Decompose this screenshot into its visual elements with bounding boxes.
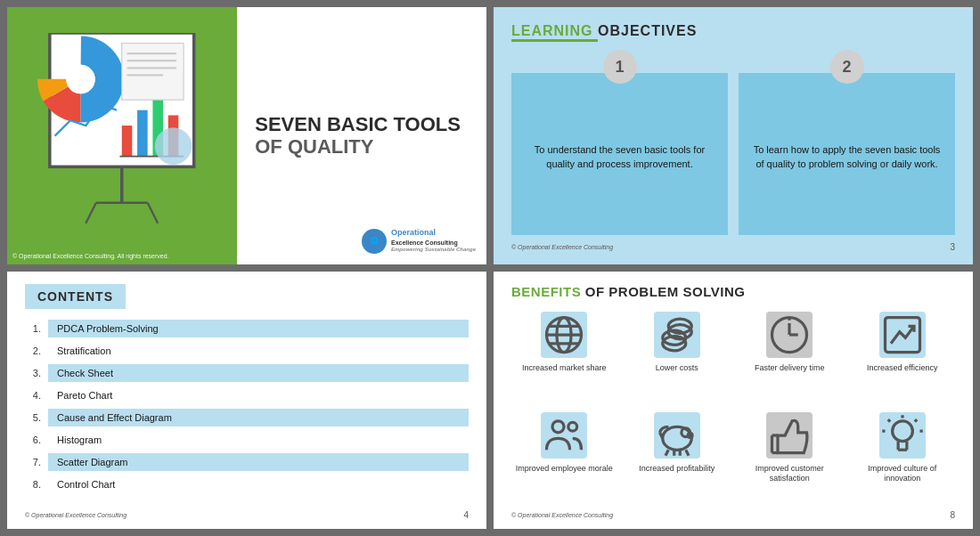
- slide-3: CONTENTS 1. PDCA Problem-Solving 2. Stra…: [7, 272, 486, 529]
- svg-point-15: [155, 127, 192, 165]
- contents-num-1: 1.: [25, 323, 41, 334]
- slide2-footer: © Operational Excellence Consulting 3: [511, 242, 955, 252]
- benefit-icon-globe: [541, 312, 587, 358]
- contents-label-7: Scatter Diagram: [48, 453, 469, 471]
- contents-num-7: 7.: [25, 457, 41, 467]
- contents-label-1: PDCA Problem-Solving: [48, 320, 469, 337]
- benefit-label-8: Improved culture of innovation: [850, 464, 956, 484]
- svg-line-41: [686, 450, 689, 456]
- slide1-title: SEVEN BASIC TOOLS OF QUALITY: [255, 114, 469, 157]
- contents-label-3: Check Sheet: [48, 364, 469, 382]
- learning-card-2: 2 To learn how to apply the seven basic …: [739, 50, 955, 235]
- slide2-header: LEARNING OBJECTIVES: [511, 23, 955, 39]
- benefit-label-5: Improved employee morale: [516, 464, 613, 475]
- benefit-icon-piggy: [654, 412, 700, 459]
- learning-number-1: 1: [603, 50, 637, 84]
- benefit-icon-coins: [654, 312, 700, 358]
- benefit-label-3: Faster delivery time: [755, 363, 825, 374]
- slide4-footer: © Operational Excellence Consulting 8: [511, 510, 955, 520]
- svg-line-18: [86, 203, 97, 223]
- board-illustration: [24, 33, 219, 239]
- benefit-label-1: Increased market share: [522, 363, 607, 374]
- contents-item-5: 5. Cause and Effect Diagram: [25, 409, 469, 426]
- benefit-icon-clock: [766, 312, 813, 358]
- svg-line-54: [888, 419, 890, 421]
- svg-line-43: [659, 432, 662, 438]
- slide-4: BENEFITS OF PROBLEM SOLVING Increased ma…: [494, 272, 973, 529]
- benefit-icon-bulb: [879, 412, 926, 459]
- benefits-grid: Increased market share Lower costs Faste…: [511, 312, 955, 505]
- logo-globe-icon: 🌐: [362, 229, 387, 254]
- svg-rect-10: [122, 43, 184, 100]
- svg-line-19: [148, 203, 159, 223]
- contents-label-4: Pareto Chart: [48, 386, 469, 404]
- slide3-footer: © Operational Excellence Consulting 4: [25, 510, 469, 520]
- slide2-body: 1 To understand the seven basic tools fo…: [511, 50, 955, 235]
- benefit-item-7: Improved customer satisfaction: [737, 412, 843, 506]
- learning-text-2: To learn how to apply the seven basic to…: [751, 142, 943, 172]
- slide2-copyright: © Operational Excellence Consulting: [511, 244, 613, 250]
- contents-item-6: 6. Histogram: [25, 431, 469, 449]
- contents-num-3: 3.: [25, 368, 41, 378]
- svg-line-55: [915, 419, 917, 421]
- learning-number-2: 2: [830, 50, 864, 84]
- slide3-title: CONTENTS: [37, 289, 113, 304]
- learning-box-1: To understand the seven basic tools for …: [511, 73, 728, 235]
- contents-num-8: 8.: [25, 479, 41, 490]
- contents-label-2: Stratification: [48, 342, 469, 360]
- svg-rect-6: [137, 110, 148, 157]
- contents-item-8: 8. Control Chart: [25, 475, 469, 493]
- benefit-item-8: Improved culture of innovation: [850, 412, 956, 506]
- learning-box-2: To learn how to apply the seven basic to…: [739, 73, 955, 235]
- slide-1: © Operational Excellence Consulting. All…: [7, 7, 486, 264]
- contents-label-6: Histogram: [48, 431, 469, 449]
- slide1-text-panel: SEVEN BASIC TOOLS OF QUALITY 🌐 Operation…: [237, 7, 486, 264]
- slide-2: LEARNING OBJECTIVES 1 To understand the …: [494, 7, 973, 264]
- svg-point-34: [552, 420, 564, 432]
- benefit-item-4: Increased efficiency: [850, 312, 956, 405]
- slide3-header: CONTENTS: [25, 284, 126, 309]
- learning-text-1: To understand the seven basic tools for …: [524, 142, 715, 172]
- contents-item-1: 1. PDCA Problem-Solving: [25, 320, 469, 337]
- slide1-image-panel: © Operational Excellence Consulting. All…: [7, 7, 237, 264]
- benefit-icon-chart-up: [879, 312, 926, 358]
- learning-card-1: 1 To understand the seven basic tools fo…: [511, 50, 728, 235]
- slide4-page-num: 8: [950, 510, 955, 520]
- contents-num-2: 2.: [25, 345, 41, 356]
- slide4-header: BENEFITS OF PROBLEM SOLVING: [511, 284, 955, 299]
- svg-point-42: [688, 433, 692, 437]
- contents-list: 1. PDCA Problem-Solving 2. Stratificatio…: [25, 320, 469, 503]
- contents-num-4: 4.: [25, 390, 41, 401]
- svg-point-4: [67, 65, 95, 93]
- slide2-page-num: 3: [950, 242, 955, 252]
- benefit-icon-people: [541, 412, 587, 459]
- benefit-item-1: Increased market share: [511, 312, 617, 405]
- svg-line-38: [666, 450, 668, 456]
- svg-point-36: [663, 426, 692, 450]
- slide3-copyright: © Operational Excellence Consulting: [25, 512, 127, 518]
- contents-item-7: 7. Scatter Diagram: [25, 453, 469, 471]
- benefit-label-2: Lower costs: [656, 363, 698, 374]
- svg-rect-5: [122, 126, 133, 157]
- contents-num-5: 5.: [25, 412, 41, 423]
- slide4-copyright: © Operational Excellence Consulting: [511, 512, 613, 518]
- benefit-icon-thumb: [766, 412, 813, 459]
- contents-label-5: Cause and Effect Diagram: [48, 409, 469, 426]
- slide4-title: BENEFITS OF PROBLEM SOLVING: [511, 284, 955, 299]
- benefit-item-5: Improved employee morale: [511, 412, 617, 506]
- benefit-label-4: Increased efficiency: [867, 363, 937, 374]
- benefit-item-6: Increased profitability: [625, 412, 731, 506]
- logo-text: Operational Excellence Consulting Empowe…: [391, 228, 476, 254]
- benefit-label-7: Improved customer satisfaction: [737, 464, 843, 484]
- slide1-logo: 🌐 Operational Excellence Consulting Empo…: [362, 228, 476, 254]
- contents-item-4: 4. Pareto Chart: [25, 386, 469, 404]
- contents-label-8: Control Chart: [48, 475, 469, 493]
- benefit-label-6: Increased profitability: [639, 464, 715, 475]
- slide2-title: LEARNING OBJECTIVES: [511, 23, 955, 39]
- contents-item-2: 2. Stratification: [25, 342, 469, 360]
- contents-num-6: 6.: [25, 434, 41, 445]
- svg-point-35: [568, 422, 577, 431]
- slide1-copyright: © Operational Excellence Consulting. All…: [12, 253, 169, 259]
- slide3-page-num: 4: [463, 510, 469, 520]
- benefit-item-3: Faster delivery time: [737, 312, 843, 405]
